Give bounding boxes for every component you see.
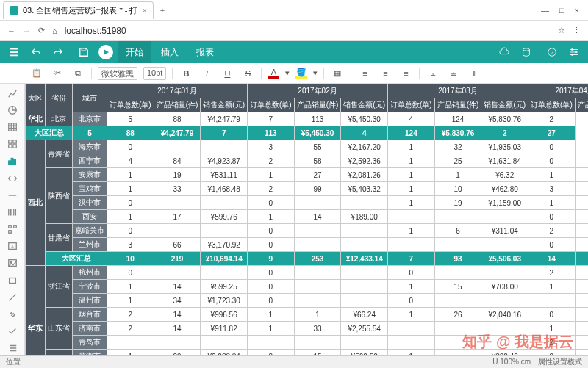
data-cell[interactable]: 2 xyxy=(528,266,576,280)
col-大区[interactable]: 大区 xyxy=(26,84,46,112)
ribbon-tab-report[interactable]: 报表 xyxy=(189,41,221,63)
data-cell[interactable]: 1 xyxy=(528,196,576,210)
help-button[interactable]: ? xyxy=(542,43,562,61)
data-cell[interactable]: 26 xyxy=(434,308,481,322)
data-cell[interactable]: 33 xyxy=(575,336,588,350)
data-cell[interactable]: ¥6.32 xyxy=(481,168,528,182)
data-cell[interactable]: 0 xyxy=(107,224,154,238)
data-cell[interactable]: 1 xyxy=(294,308,341,322)
data-cell[interactable]: ¥10,694.14 xyxy=(201,252,248,266)
data-cell[interactable]: 33 xyxy=(154,182,201,196)
strike-button[interactable]: S xyxy=(240,66,255,81)
data-cell[interactable] xyxy=(388,238,435,252)
data-cell[interactable]: 93 xyxy=(434,252,481,266)
data-cell[interactable]: ¥562.50 xyxy=(341,350,388,356)
province-cell[interactable]: 甘肃省 xyxy=(46,224,73,252)
undo-button[interactable] xyxy=(26,43,46,61)
data-cell[interactable]: ¥4,247.79 xyxy=(201,112,248,126)
data-cell[interactable] xyxy=(481,210,528,224)
valign-bottom-button[interactable]: ⫫ xyxy=(467,66,481,81)
metric-header[interactable]: 订单总数(单) xyxy=(388,98,435,112)
data-cell[interactable]: 19 xyxy=(154,168,201,182)
table-icon[interactable] xyxy=(4,120,21,133)
region-cell[interactable]: 华北 xyxy=(26,112,46,126)
data-cell[interactable]: 367 xyxy=(575,252,588,266)
data-cell[interactable]: 27 xyxy=(575,112,588,126)
data-cell[interactable]: 1 xyxy=(434,168,481,182)
data-cell[interactable]: ¥2,167.20 xyxy=(341,140,388,154)
data-cell[interactable]: 1 xyxy=(248,322,295,336)
browser-tab[interactable]: 03. 全国销售运营统计报表 * - 打 × xyxy=(3,1,154,19)
city-cell[interactable]: 嘉峪关市 xyxy=(73,224,107,238)
data-cell[interactable] xyxy=(575,308,588,322)
chart-pie-icon[interactable] xyxy=(4,104,21,116)
city-cell[interactable]: 兰州市 xyxy=(73,238,107,252)
metric-header[interactable]: 产品销量(件) xyxy=(575,98,588,112)
data-cell[interactable]: 25 xyxy=(434,154,481,168)
window-close-button[interactable]: × xyxy=(575,6,579,15)
month-header[interactable]: 2017年01月 xyxy=(107,84,248,98)
data-cell[interactable]: 13 xyxy=(575,280,588,294)
data-cell[interactable]: 14 xyxy=(154,308,201,322)
data-cell[interactable]: 1 xyxy=(248,210,295,224)
data-cell[interactable]: 66 xyxy=(154,238,201,252)
nav-forward-button[interactable]: → xyxy=(23,26,31,35)
new-tab-button[interactable]: + xyxy=(154,6,171,15)
data-cell[interactable] xyxy=(575,140,588,154)
data-cell[interactable]: 48 xyxy=(575,350,588,356)
data-cell[interactable] xyxy=(294,266,341,280)
data-cell[interactable]: 14 xyxy=(528,252,576,266)
city-cell[interactable]: 西宁市 xyxy=(73,154,107,168)
save-button[interactable] xyxy=(74,43,93,61)
data-cell[interactable]: 219 xyxy=(154,252,201,266)
province-cell[interactable]: 山东省 xyxy=(46,308,73,350)
address-bar[interactable]: localhost:51980 xyxy=(65,26,551,36)
region-cell[interactable]: 西北 xyxy=(26,140,46,266)
data-cell[interactable]: 7 xyxy=(201,126,248,140)
data-cell[interactable]: ¥5,506.03 xyxy=(481,252,528,266)
data-cell[interactable]: 1 xyxy=(388,280,435,294)
data-cell[interactable]: 92 xyxy=(575,238,588,252)
data-cell[interactable] xyxy=(107,336,154,350)
data-cell[interactable]: 4 xyxy=(107,154,154,168)
month-header[interactable]: 2017年02月 xyxy=(248,84,388,98)
col-省份[interactable]: 省份 xyxy=(46,84,73,112)
data-cell[interactable]: 14 xyxy=(154,280,201,294)
border-button[interactable]: ▦ xyxy=(330,66,345,81)
data-cell[interactable] xyxy=(294,294,341,308)
window-minimize-button[interactable]: — xyxy=(541,6,549,15)
metric-header[interactable]: 产品销量(件) xyxy=(154,98,201,112)
city-cell[interactable]: 杭州市 xyxy=(73,266,107,280)
ribbon-tab-insert[interactable]: 插入 xyxy=(154,41,186,63)
region-cell[interactable]: 华东 xyxy=(26,266,46,356)
cut-button[interactable]: ✂ xyxy=(50,66,65,81)
bookmark-star-icon[interactable]: ☆ xyxy=(558,26,565,35)
list-icon[interactable] xyxy=(4,342,21,355)
data-cell[interactable] xyxy=(528,294,576,308)
data-cell[interactable]: 4 xyxy=(388,112,435,126)
data-cell[interactable]: ¥996.56 xyxy=(201,308,248,322)
data-cell[interactable]: 1 xyxy=(107,210,154,224)
province-cell[interactable]: 浙江省 xyxy=(46,266,73,308)
chart-bar-icon[interactable] xyxy=(4,155,21,167)
data-cell[interactable]: ¥599.76 xyxy=(201,210,248,224)
data-cell[interactable] xyxy=(341,196,388,210)
metric-header[interactable]: 产品销量(件) xyxy=(434,98,481,112)
data-cell[interactable] xyxy=(481,322,528,336)
data-cell[interactable]: 2 xyxy=(248,182,295,196)
city-cell[interactable]: 济南市 xyxy=(73,322,107,336)
data-cell[interactable] xyxy=(575,294,588,308)
data-cell[interactable] xyxy=(434,266,481,280)
data-cell[interactable]: ¥2,040.16 xyxy=(481,308,528,322)
data-cell[interactable] xyxy=(388,210,435,224)
tab-close-icon[interactable]: × xyxy=(142,6,146,15)
data-cell[interactable]: ¥4,247.79 xyxy=(154,126,201,140)
data-cell[interactable]: 0 xyxy=(248,280,295,294)
data-cell[interactable]: 2 xyxy=(481,126,528,140)
data-cell[interactable]: 88 xyxy=(107,126,154,140)
data-cell[interactable] xyxy=(341,224,388,238)
data-cell[interactable]: 15 xyxy=(294,350,341,356)
data-cell[interactable]: 0 xyxy=(107,140,154,154)
data-cell[interactable] xyxy=(481,266,528,280)
data-cell[interactable]: ¥4,923.87 xyxy=(201,154,248,168)
